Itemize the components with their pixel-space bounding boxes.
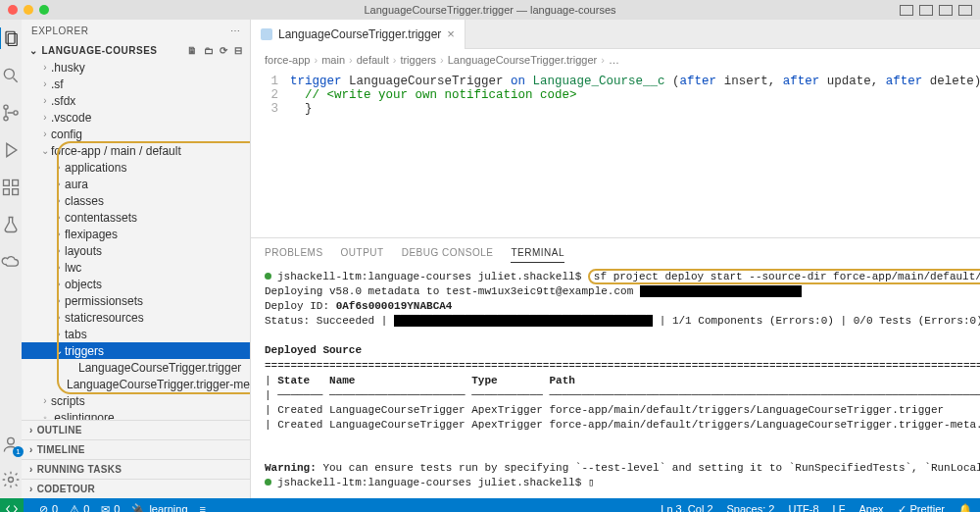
panel-tab-terminal[interactable]: TERMINAL <box>511 247 564 263</box>
encoding[interactable]: UTF-8 <box>788 503 818 512</box>
svg-point-6 <box>14 111 18 115</box>
section-outline[interactable]: ›OUTLINE <box>22 420 250 439</box>
bottom-panel: PROBLEMS OUTPUT DEBUG CONSOLE TERMINAL ▸… <box>251 237 980 498</box>
panel-tab-output[interactable]: OUTPUT <box>341 247 384 258</box>
tree-item[interactable]: ›tabs <box>22 326 250 342</box>
workspace-name: LANGUAGE-COURSES <box>42 45 158 56</box>
svg-rect-8 <box>4 180 10 186</box>
tree-item[interactable]: ›.husky <box>22 59 250 76</box>
tree-item[interactable]: ›layouts <box>22 242 250 259</box>
svg-point-5 <box>4 117 8 121</box>
breadcrumb-segment[interactable]: force-app <box>265 54 310 66</box>
menu-icon[interactable]: ≡ <box>200 503 206 512</box>
svg-rect-11 <box>13 180 19 186</box>
tree-item[interactable]: ›aura <box>22 176 250 192</box>
tree-item[interactable]: ⌄force-app / main / default <box>22 142 250 159</box>
svg-rect-10 <box>13 189 19 195</box>
collapse-icon[interactable]: ⊟ <box>234 45 243 56</box>
status-bar: ⊘ 0 ⚠ 0 ✉ 0 🔌 learning ≡ Ln 3, Col 2 Spa… <box>0 498 980 512</box>
explorer-icon[interactable] <box>0 27 21 49</box>
panel-tab-debug[interactable]: DEBUG CONSOLE <box>402 247 494 258</box>
tree-item[interactable]: ›staticresources <box>22 309 250 326</box>
close-tab-icon[interactable]: × <box>447 26 455 41</box>
tree-item-label: .eslintignore <box>51 411 115 421</box>
refresh-icon[interactable]: ⟳ <box>220 45 228 56</box>
svg-line-3 <box>14 78 18 82</box>
prettier-status[interactable]: ✓ Prettier <box>898 503 945 513</box>
warnings-count[interactable]: ⚠ 0 <box>70 503 89 513</box>
section-timeline[interactable]: ›TIMELINE <box>22 439 250 459</box>
svg-point-4 <box>4 105 8 109</box>
workspace-root[interactable]: ⌄ LANGUAGE-COURSES 🗎 🗀 ⟳ ⊟ <box>22 42 250 59</box>
breadcrumb-segment[interactable]: LanguageCourseTrigger.trigger <box>448 54 597 66</box>
errors-count[interactable]: ⊘ 0 <box>39 503 58 513</box>
org-target[interactable]: 🔌 learning <box>131 503 187 513</box>
tree-item-label: classes <box>65 194 104 208</box>
new-folder-icon[interactable]: 🗀 <box>204 45 215 56</box>
svg-point-2 <box>4 69 14 78</box>
editor-tabs: LanguageCourseTrigger.trigger × ⋯ <box>251 20 980 49</box>
new-file-icon[interactable]: 🗎 <box>187 45 198 56</box>
highlighted-command: sf project deploy start --source-dir for… <box>588 269 980 284</box>
apex-file-icon <box>261 28 272 40</box>
tab-active-file[interactable]: LanguageCourseTrigger.trigger × <box>251 20 466 49</box>
language-mode[interactable]: Apex <box>858 503 883 512</box>
tree-item-label: tabs <box>65 328 87 341</box>
tree-item-label: aura <box>65 178 88 191</box>
tree-item[interactable]: LanguageCourseTrigger.trigger <box>22 359 250 376</box>
tree-item[interactable]: ◦.eslintignore <box>22 409 250 420</box>
breadcrumb-segment[interactable]: default <box>357 54 389 66</box>
breadcrumb[interactable]: force-app›main›default›triggers›Language… <box>251 49 980 71</box>
extensions-icon[interactable] <box>0 177 22 198</box>
svg-rect-9 <box>4 189 10 195</box>
test-icon[interactable] <box>0 214 22 235</box>
tree-item[interactable]: ›applications <box>22 159 250 176</box>
tree-item[interactable]: LanguageCourseTrigger.trigger-meta.xml <box>22 376 250 392</box>
tree-item[interactable]: ›.vscode <box>22 109 250 126</box>
tree-item-label: triggers <box>65 344 104 358</box>
breadcrumb-segment[interactable]: … <box>609 54 619 66</box>
svg-marker-7 <box>7 143 17 156</box>
code-editor[interactable]: 1trigger LanguageCourseTrigger on Langua… <box>251 71 980 237</box>
tree-item-label: permissionsets <box>65 294 143 308</box>
terminal[interactable]: jshackell-ltm:language-courses juliet.sh… <box>251 266 980 498</box>
tree-item[interactable]: ›objects <box>22 276 250 292</box>
tree-item-label: applications <box>65 161 126 175</box>
tree-item[interactable]: ›config <box>22 126 250 142</box>
tree-item[interactable]: ›.sf <box>22 76 250 92</box>
source-control-icon[interactable] <box>0 102 22 124</box>
svg-point-12 <box>8 437 15 444</box>
tree-item[interactable]: ›.sfdx <box>22 92 250 109</box>
breadcrumb-segment[interactable]: main <box>321 54 345 66</box>
info-count[interactable]: ✉ 0 <box>101 503 120 513</box>
tree-item[interactable]: ›scripts <box>22 392 250 409</box>
salesforce-icon[interactable] <box>0 251 22 273</box>
eol[interactable]: LF <box>833 503 846 512</box>
tree-item[interactable]: ›flexipages <box>22 226 250 242</box>
sidebar-more-icon[interactable]: ⋯ <box>230 26 241 36</box>
tree-item[interactable]: ›lwc <box>22 259 250 276</box>
panel-tab-problems[interactable]: PROBLEMS <box>265 247 323 258</box>
gear-icon[interactable] <box>0 469 22 490</box>
sidebar-header: EXPLORER ⋯ <box>22 20 250 42</box>
remote-indicator[interactable] <box>0 498 24 512</box>
breadcrumb-segment[interactable]: triggers <box>400 54 436 66</box>
notifications-icon[interactable]: 🔔 <box>958 503 972 513</box>
panel-tabs: PROBLEMS OUTPUT DEBUG CONSOLE TERMINAL ▸… <box>251 238 980 266</box>
account-badge: 1 <box>13 446 24 457</box>
tree-item[interactable]: ⌄triggers <box>22 342 250 359</box>
file-tree[interactable]: ›.husky›.sf›.sfdx›.vscode›config⌄force-a… <box>22 59 250 420</box>
tree-item[interactable]: ›classes <box>22 192 250 209</box>
search-icon[interactable] <box>0 65 22 86</box>
account-icon[interactable]: 1 <box>0 434 22 455</box>
run-debug-icon[interactable] <box>0 139 22 161</box>
indent-spaces[interactable]: Spaces: 2 <box>727 503 775 512</box>
tree-item-label: scripts <box>51 394 85 408</box>
tree-item[interactable]: ›contentassets <box>22 209 250 226</box>
tree-item-label: config <box>51 128 82 141</box>
tree-item[interactable]: ›permissionsets <box>22 292 250 309</box>
cursor-position[interactable]: Ln 3, Col 2 <box>661 503 712 512</box>
editor-area: LanguageCourseTrigger.trigger × ⋯ force-… <box>251 20 980 498</box>
section-codetour[interactable]: ›CODETOUR <box>22 479 250 498</box>
section-running-tasks[interactable]: ›RUNNING TASKS <box>22 459 250 479</box>
